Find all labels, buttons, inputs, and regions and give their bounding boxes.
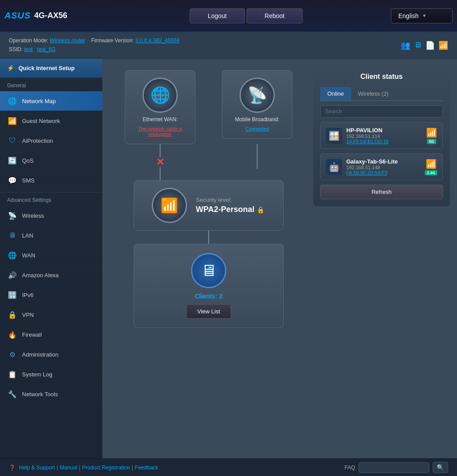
sidebar-item-firewall[interactable]: 🔥 Firewall (0, 325, 102, 345)
sidebar-item-amazon-alexa[interactable]: 🔊 Amazon Alexa (0, 265, 102, 285)
faq-section: FAQ 🔍 (345, 462, 448, 473)
sidebar-item-network-map[interactable]: 🌐 Network Map (0, 91, 102, 111)
feedback-link[interactable]: Feedback (135, 465, 158, 471)
refresh-button[interactable]: Refresh (320, 185, 443, 199)
ssid-5g-value[interactable]: test_5G (37, 46, 56, 52)
client-name-galaxy: Galaxy-Tab-S6-Lite (346, 158, 420, 165)
vpn-icon: 🔒 (7, 309, 18, 320)
mobile-label: Mobile Broadband: (235, 116, 280, 123)
amazon-alexa-icon: 🔊 (7, 270, 18, 280)
language-selector[interactable]: English ▼ (391, 8, 453, 23)
map-and-panel: 🌐 Ethernet WAN: The network cable is unp… (109, 66, 450, 451)
sidebar-item-lan[interactable]: 🖥 LAN (0, 226, 102, 245)
operation-mode-value[interactable]: Wireless router (50, 37, 86, 44)
users-icon[interactable]: 👥 (401, 41, 410, 50)
view-list-button[interactable]: View List (186, 304, 231, 319)
mobile-broadband-node[interactable]: 📡 Mobile Broadband: Connected (222, 70, 292, 139)
disconnected-icon: ✕ (156, 157, 164, 167)
sidebar-item-label: AiProtection (22, 138, 53, 144)
firewall-icon: 🔥 (7, 329, 18, 340)
sidebar-item-network-tools[interactable]: 🔧 Network Tools (0, 384, 102, 404)
signal-strength-icon: 📶 (426, 127, 437, 138)
lock-icon: 🔒 (257, 206, 264, 213)
sidebar-item-ipv6[interactable]: 🔢 IPv6 (0, 285, 102, 305)
sidebar-item-sms[interactable]: 💬 SMS (0, 171, 102, 190)
faq-search-input[interactable] (359, 462, 429, 473)
reboot-button[interactable]: Reboot (247, 8, 303, 23)
signal-icon[interactable]: 📶 (438, 41, 448, 50)
firmware-version[interactable]: 3.0.0.4.382_45559 (135, 37, 180, 44)
quick-internet-setup-button[interactable]: ⚡ Quick Internet Setup (0, 59, 102, 78)
faq-search-button[interactable]: 🔍 (433, 462, 448, 473)
client-mac-galaxy[interactable]: FA:50:9F:2D:54:F3 (346, 170, 420, 175)
sidebar-item-label: Network Tools (22, 391, 58, 398)
sidebar-item-administration[interactable]: ⚙ Administration (0, 345, 102, 364)
client-name-hp: HP-PAVILION (346, 127, 422, 134)
help-support-link[interactable]: Help & Support (19, 465, 55, 471)
sidebar-item-label: Firewall (22, 331, 42, 338)
tab-online[interactable]: Online (320, 87, 351, 100)
product-registration-link[interactable]: Product Registration (82, 465, 130, 471)
ai-protection-icon: 🛡 (7, 135, 18, 146)
client-card-galaxy-tab[interactable]: 🤖 Galaxy-Tab-S6-Lite 192.168.51.148 FA:5… (320, 153, 443, 180)
sidebar-item-wireless[interactable]: 📡 Wireless (0, 206, 102, 226)
security-info: Security level: WPA2-Personal 🔒 (196, 197, 264, 214)
logo-area: ASUS 4G-AX56 (4, 11, 101, 21)
sidebar-item-label: Network Map (22, 98, 56, 104)
android-icon: 🤖 (326, 159, 342, 175)
guest-network-icon: 📶 (7, 115, 18, 126)
sidebar-item-label: VPN (22, 312, 34, 318)
security-value: WPA2-Personal 🔒 (196, 205, 264, 214)
signal-strength-icon-2: 📶 (426, 159, 437, 169)
operation-mode-label: Operation Mode: (9, 37, 48, 44)
document-icon[interactable]: 📄 (425, 41, 435, 50)
sidebar-item-label: LAN (22, 232, 33, 239)
monitor-icon[interactable]: 🖥 (414, 41, 422, 50)
router-security-node[interactable]: 📶 Security level: WPA2-Personal 🔒 (134, 180, 284, 231)
wan-icon: 🌐 (7, 250, 18, 260)
sms-icon: 💬 (7, 175, 18, 186)
mobile-status: Connected (245, 126, 269, 131)
client-info-hp: HP-PAVILION 192.168.51.114 14:F6:D8:B1:D… (346, 127, 422, 144)
sidebar-item-guest-network[interactable]: 📶 Guest Network (0, 111, 102, 131)
mobile-broadband-icon: 📡 (240, 78, 275, 113)
sidebar-item-label: System Log (22, 371, 52, 378)
system-log-icon: 📋 (7, 369, 18, 379)
clients-number: 2 (219, 293, 223, 300)
sidebar: ⚡ Quick Internet Setup General 🌐 Network… (0, 59, 102, 458)
client-info-galaxy: Galaxy-Tab-S6-Lite 192.168.51.148 FA:50:… (346, 158, 420, 175)
manual-link[interactable]: Manual (60, 465, 77, 471)
left-connection: ✕ (125, 144, 195, 180)
sidebar-item-vpn[interactable]: 🔒 VPN (0, 305, 102, 325)
line-bottom-left (160, 167, 161, 180)
ethernet-label: Ethernet WAN: (142, 116, 178, 123)
administration-icon: ⚙ (7, 349, 18, 360)
client-card-hp-pavilion[interactable]: 🪟 HP-PAVILION 192.168.51.114 14:F6:D8:B1… (320, 122, 443, 149)
client-status-title: Client status (320, 73, 443, 81)
top-buttons: Logout Reboot (101, 8, 391, 23)
security-label: Security level: (196, 197, 264, 203)
line-right (257, 144, 258, 169)
router-icon: 📶 (152, 188, 187, 223)
asus-logo: ASUS (4, 11, 31, 21)
sidebar-item-qos[interactable]: 🔄 QoS (0, 151, 102, 171)
firmware-label: Firmware Version: (91, 37, 134, 44)
right-connection (222, 144, 292, 169)
sidebar-item-label: SMS (22, 177, 34, 184)
faq-label: FAQ (345, 465, 355, 471)
clients-node[interactable]: 🖥 Clients: 2 View List (134, 244, 284, 328)
sidebar-item-wan[interactable]: 🌐 WAN (0, 245, 102, 265)
info-icons: 👥 🖥 📄 📶 (401, 41, 448, 50)
client-mac-hp[interactable]: 14:F6:D8:B1:DD:16 (346, 139, 422, 144)
info-text: Operation Mode: Wireless router Firmware… (9, 37, 180, 53)
ethernet-wan-node[interactable]: 🌐 Ethernet WAN: The network cable is unp… (125, 70, 195, 144)
network-band-badge-galaxy: 2.4G (425, 170, 437, 175)
sidebar-item-ai-protection[interactable]: 🛡 AiProtection (0, 131, 102, 151)
client-search-input[interactable] (320, 105, 443, 118)
ssid-value[interactable]: test (24, 46, 33, 52)
sidebar-item-system-log[interactable]: 📋 System Log (0, 364, 102, 384)
tab-wireless[interactable]: Wireless (2) (351, 87, 396, 100)
sidebar-item-label: Wireless (22, 212, 44, 219)
logout-button[interactable]: Logout (190, 8, 245, 23)
client-status-panel: Client status Online Wireless (2) 🪟 HP-P… (313, 66, 450, 206)
